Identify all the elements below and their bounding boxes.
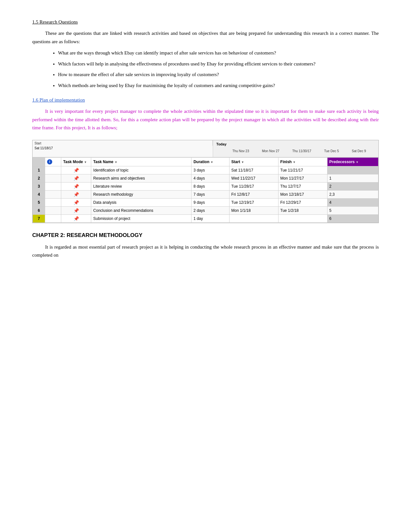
date-item: Tue Dec 5	[324, 149, 339, 153]
sort-arrow: ▼	[293, 161, 296, 164]
list-item: How to measure the effect of after sale …	[58, 71, 379, 79]
start-cell: Tue 11/28/17	[229, 182, 278, 190]
table-row: 7📌Submission of project1 day6	[33, 214, 378, 222]
gantt-timeline-header: Today Thu Nov 23 Mon Nov 27 Thu 11/30/17…	[213, 140, 379, 157]
predecessors-cell	[327, 166, 378, 174]
col-header-num	[33, 157, 45, 166]
row-number: 1	[33, 166, 45, 174]
predecessors-cell: 2,3	[327, 190, 378, 198]
task-info-cell	[45, 198, 61, 206]
chapter-2-body: It is regarded as most essential part of…	[32, 243, 379, 260]
gantt-header: Start Sat 11/18/17 Today Thu Nov 23 Mon …	[33, 140, 378, 157]
task-pin-icon: 📌	[73, 192, 79, 197]
start-cell: Fri 12/8/17	[229, 190, 278, 198]
start-cell: Wed 11/22/17	[229, 174, 278, 182]
date-item: Thu Nov 23	[232, 149, 249, 153]
section-16: 1.6 Plan of implementation It is very im…	[32, 97, 379, 132]
col-header-finish: Finish ▼	[278, 157, 327, 166]
task-name-cell: Research aims and objectives	[91, 174, 191, 182]
task-mode-cell: 📌	[61, 174, 91, 182]
list-item: Which methods are being used by Ebay for…	[58, 82, 379, 90]
today-label: Today	[216, 142, 227, 146]
start-label: Start	[33, 140, 213, 146]
table-row: 2📌Research aims and objectives4 daysWed …	[33, 174, 378, 182]
finish-cell: Fri 12/29/17	[278, 198, 327, 206]
table-row: 1📌Identification of topic3 daysSat 11/18…	[33, 166, 378, 174]
col-header-start: Start ▼	[229, 157, 278, 166]
start-cell: Tue 12/19/17	[229, 198, 278, 206]
date-item: Sat Dec 9	[352, 149, 366, 153]
task-mode-cell: 📌	[61, 182, 91, 190]
finish-cell: Tue 11/21/17	[278, 166, 327, 174]
col-header-duration: Duration ▼	[191, 157, 229, 166]
row-number: 3	[33, 182, 45, 190]
date-item: Thu 11/30/17	[292, 149, 311, 153]
task-info-cell	[45, 214, 61, 222]
sort-arrow: ▼	[241, 161, 244, 164]
row-number: 6	[33, 206, 45, 214]
duration-cell: 4 days	[191, 174, 229, 182]
duration-cell: 7 days	[191, 190, 229, 198]
task-name-cell: Literature review	[91, 182, 191, 190]
finish-cell: Tue 1/2/18	[278, 206, 327, 214]
gantt-table: i Task Mode ▼ Task Name ▼ Duration ▼ Sta…	[33, 157, 378, 223]
col-header-taskname: Task Name ▼	[91, 157, 191, 166]
start-date: Sat 11/18/17	[33, 146, 213, 151]
task-mode-cell: 📌	[61, 214, 91, 222]
sort-arrow: ▼	[114, 161, 117, 164]
task-pin-icon: 📌	[73, 176, 79, 181]
table-header-row: i Task Mode ▼ Task Name ▼ Duration ▼ Sta…	[33, 157, 378, 166]
task-pin-icon: 📌	[73, 184, 79, 189]
task-info-cell	[45, 190, 61, 198]
chapter-2: CHAPTER 2: RESEARCH METHODOLOGY It is re…	[32, 232, 379, 260]
task-pin-icon: 📌	[73, 200, 79, 205]
duration-cell: 3 days	[191, 166, 229, 174]
section-16-heading: 1.6 Plan of implementation	[32, 97, 379, 103]
predecessors-cell: 1	[327, 174, 378, 182]
section-15: 1.5 Research Questions These are the que…	[32, 19, 379, 90]
duration-cell: 8 days	[191, 182, 229, 190]
table-row: 5📌Data analysis9 daysTue 12/19/17Fri 12/…	[33, 198, 378, 206]
start-cell: Mon 1/1/18	[229, 206, 278, 214]
task-info-cell	[45, 206, 61, 214]
task-mode-cell: 📌	[61, 206, 91, 214]
col-header-info: i	[45, 157, 61, 166]
task-name-cell: Data analysis	[91, 198, 191, 206]
finish-cell	[278, 214, 327, 222]
col-header-predecessors: Predecessors ▼	[327, 157, 378, 166]
row-number: 2	[33, 174, 45, 182]
task-pin-icon: 📌	[73, 168, 79, 173]
section-15-heading: 1.5 Research Questions	[32, 19, 379, 25]
gantt-left-header: Start Sat 11/18/17	[33, 140, 213, 157]
col-header-mode: Task Mode ▼	[61, 157, 91, 166]
date-item: Mon Nov 27	[262, 149, 279, 153]
task-mode-cell: 📌	[61, 190, 91, 198]
table-row: 3📌Literature review8 daysTue 11/28/17Thu…	[33, 182, 378, 190]
row-number: 4	[33, 190, 45, 198]
chapter-2-heading: CHAPTER 2: RESEARCH METHODOLOGY	[32, 232, 379, 239]
row-number: 5	[33, 198, 45, 206]
gantt-date-row: Thu Nov 23 Mon Nov 27 Thu 11/30/17 Tue D…	[213, 140, 379, 153]
task-pin-icon: 📌	[73, 208, 79, 213]
task-info-cell	[45, 182, 61, 190]
duration-cell: 2 days	[191, 206, 229, 214]
section-15-intro: These are the questions that are linked …	[32, 29, 379, 46]
duration-cell: 1 day	[191, 214, 229, 222]
task-name-cell: Submission of project	[91, 214, 191, 222]
list-item: Which factors will help in analysing the…	[58, 60, 379, 68]
list-item: What are the ways through which Ebay can…	[58, 49, 379, 57]
table-row: 6📌Conclusion and Recommendations2 daysMo…	[33, 206, 378, 214]
row-number: 7	[33, 214, 45, 222]
task-name-cell: Identification of topic	[91, 166, 191, 174]
predecessors-cell: 5	[327, 206, 378, 214]
section-15-bullets: What are the ways through which Ebay can…	[58, 49, 379, 90]
table-row: 4📌Research methodology7 daysFri 12/8/17M…	[33, 190, 378, 198]
task-mode-cell: 📌	[61, 166, 91, 174]
sort-arrow: ▼	[210, 161, 213, 164]
predecessors-cell: 2	[327, 182, 378, 190]
task-mode-cell: 📌	[61, 198, 91, 206]
predecessors-cell: 4	[327, 198, 378, 206]
predecessors-cell: 6	[327, 214, 378, 222]
finish-cell: Mon 12/18/17	[278, 190, 327, 198]
task-pin-icon: 📌	[73, 216, 79, 221]
